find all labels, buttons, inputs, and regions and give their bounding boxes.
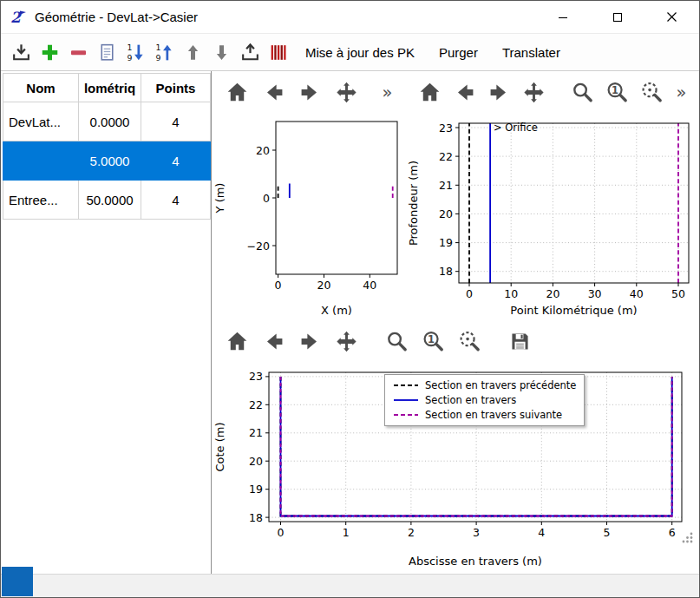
nav-forward-button[interactable]	[293, 75, 326, 109]
tray-import-icon	[10, 42, 32, 63]
legend-entry: Section en travers	[393, 394, 576, 406]
column-header-points[interactable]: Points	[141, 74, 211, 102]
color-swatch[interactable]	[2, 567, 33, 596]
nav-forward-button[interactable]	[293, 324, 326, 358]
move-down-button[interactable]	[208, 36, 235, 68]
svg-text:1: 1	[343, 526, 350, 539]
forward-icon	[298, 329, 323, 354]
nav-save-button[interactable]	[503, 324, 536, 358]
nav-zoom-extents-button[interactable]	[637, 75, 668, 109]
nav-back-button[interactable]	[448, 75, 480, 109]
resize-grip[interactable]	[681, 531, 694, 548]
nav-zoom-1-button[interactable]: 1	[602, 75, 633, 109]
nav-pan-button[interactable]	[330, 75, 363, 109]
zoom-icon	[570, 80, 595, 105]
legend-entry: Section en travers suivante	[393, 409, 576, 421]
export-button[interactable]	[237, 36, 264, 68]
svg-text:30: 30	[588, 287, 602, 300]
close-button[interactable]	[644, 1, 699, 33]
edit-list-button[interactable]	[94, 36, 121, 68]
nav-home-button[interactable]	[414, 75, 445, 109]
svg-text:2: 2	[408, 526, 415, 539]
update-pk-button[interactable]: Mise à jour des PK	[294, 36, 426, 68]
home-icon	[417, 80, 442, 105]
nav-zoom-button[interactable]	[567, 75, 599, 109]
zoom-extents-icon	[457, 329, 482, 354]
svg-text:10: 10	[504, 287, 518, 300]
pan-icon	[334, 329, 359, 354]
svg-text:21: 21	[249, 426, 263, 439]
section-plot-wrap: 0123456181920212223Abscisse en travers (…	[212, 360, 699, 570]
plan-plot-canvas[interactable]: 02040−20020X (m)Y (m)	[212, 111, 404, 319]
svg-text:23: 23	[249, 370, 263, 383]
plot-legend: Section en travers précédenteSection en …	[384, 374, 585, 426]
svg-text:20: 20	[439, 207, 453, 220]
cell-nom[interactable]	[3, 141, 79, 181]
svg-text:18: 18	[439, 265, 453, 278]
svg-text:Point Kilométrique (m): Point Kilométrique (m)	[510, 304, 637, 317]
svg-text:20: 20	[249, 455, 263, 468]
svg-text:40: 40	[363, 279, 376, 292]
column-header-pk[interactable]: lométriq	[79, 74, 141, 102]
svg-text:> Orifice: > Orifice	[494, 122, 538, 134]
table-row[interactable]: 5.00004	[3, 141, 211, 181]
translate-button[interactable]: Translater	[491, 36, 572, 68]
svg-text:21: 21	[439, 179, 453, 192]
profile-plot-canvas[interactable]: 01020304050181920212223Point Kilométriqu…	[405, 111, 698, 319]
svg-text:4: 4	[538, 526, 545, 539]
cell-pk[interactable]: 50.0000	[79, 181, 141, 220]
nav-zoom-1-button[interactable]: 1	[416, 324, 449, 358]
cell-pk[interactable]: 5.0000	[79, 141, 141, 181]
nav-pan-button[interactable]	[330, 324, 363, 358]
sections-table[interactable]: NomlométriqPoints DevLat...0.000045.0000…	[3, 73, 211, 220]
move-up-button[interactable]	[180, 36, 206, 68]
svg-text:0: 0	[466, 287, 473, 300]
svg-text:0: 0	[275, 279, 282, 292]
section-plot-panel: 1 0123456181920212223Abscisse en travers…	[212, 320, 699, 574]
svg-text:9: 9	[128, 52, 133, 62]
nav-overflow-button[interactable]: »	[377, 75, 396, 109]
legend-label: Section en travers précédente	[425, 379, 576, 391]
cell-points[interactable]: 4	[141, 141, 211, 181]
import-button[interactable]	[8, 36, 35, 68]
table-row[interactable]: DevLat...0.00004	[3, 102, 211, 141]
column-header-nom[interactable]: Nom	[3, 74, 79, 102]
content-area: NomlométriqPoints DevLat...0.000045.0000…	[1, 71, 699, 574]
nav-forward-button[interactable]	[483, 75, 514, 109]
main-toolbar: 1919Mise à jour des PKPurgerTranslater	[1, 33, 699, 71]
cell-points[interactable]: 4	[141, 181, 211, 220]
minimize-button[interactable]	[535, 1, 590, 33]
table-row[interactable]: Entree...50.00004	[3, 181, 211, 220]
nav-back-button[interactable]	[257, 75, 290, 109]
overflow-icon: »	[375, 80, 400, 105]
cell-pk[interactable]: 0.0000	[79, 102, 141, 141]
nav-pan-button[interactable]	[518, 75, 549, 109]
cell-nom[interactable]: DevLat...	[3, 102, 79, 141]
sort-ascending-button[interactable]: 19	[151, 36, 178, 68]
window-controls	[535, 1, 699, 33]
add-section-button[interactable]	[36, 36, 63, 68]
purge-button[interactable]: Purger	[428, 36, 489, 68]
svg-text:»: »	[676, 82, 686, 102]
sort-descending-button[interactable]: 19	[122, 36, 149, 68]
svg-text:−20: −20	[247, 240, 270, 253]
app-icon: 2	[9, 8, 28, 27]
svg-text:Y (m): Y (m)	[213, 183, 226, 214]
pk-marks-button[interactable]	[265, 36, 292, 68]
remove-section-button[interactable]	[65, 36, 92, 68]
maximize-button[interactable]	[590, 1, 644, 33]
nav-back-button[interactable]	[257, 324, 290, 358]
cell-nom[interactable]: Entree...	[3, 181, 79, 220]
status-bar	[1, 574, 699, 597]
nav-zoom-extents-button[interactable]	[453, 324, 486, 358]
svg-text:Cote (m): Cote (m)	[213, 422, 226, 471]
nav-overflow-button[interactable]: »	[671, 75, 690, 109]
nav-home-button[interactable]	[220, 75, 253, 109]
nav-home-button[interactable]	[220, 324, 253, 358]
sort-up-icon: 19	[154, 42, 175, 63]
back-icon	[261, 80, 286, 105]
cell-points[interactable]: 4	[141, 102, 211, 141]
nav-zoom-button[interactable]	[380, 324, 413, 358]
zoom-extents-icon	[639, 80, 664, 105]
maximize-icon	[612, 12, 623, 23]
